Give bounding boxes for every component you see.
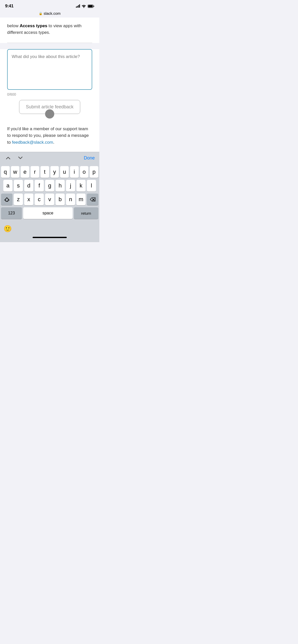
svg-rect-3 xyxy=(88,5,93,7)
lock-icon: 🔒 xyxy=(39,12,43,15)
key-x[interactable]: x xyxy=(24,194,33,205)
scroll-handle xyxy=(45,109,54,119)
key-y[interactable]: y xyxy=(50,166,59,178)
feedback-section: 0/600 Submit article feedback xyxy=(0,49,99,119)
key-w[interactable]: w xyxy=(11,166,20,178)
article-content: below Access types to view apps with dif… xyxy=(0,18,99,43)
keyboard-bottom-area: 🙂 xyxy=(0,222,99,237)
section-divider xyxy=(7,43,92,43)
key-u[interactable]: u xyxy=(60,166,69,178)
article-text: below Access types to view apps with dif… xyxy=(7,23,92,43)
keyboard-row-3: z x c v b n m xyxy=(1,194,98,205)
toolbar-down-button[interactable] xyxy=(17,155,24,162)
signal-icon xyxy=(76,5,80,8)
key-a[interactable]: a xyxy=(3,180,12,192)
key-n[interactable]: n xyxy=(66,194,75,205)
key-return[interactable]: return xyxy=(74,207,98,219)
status-icons xyxy=(76,5,94,8)
browser-url: 🔒 slack.com xyxy=(39,11,61,16)
keyboard-bottom-row: 123 space return xyxy=(1,207,98,219)
keyboard-toolbar: Done xyxy=(0,152,99,164)
key-shift[interactable] xyxy=(1,194,12,205)
wifi-icon xyxy=(82,5,86,8)
key-f[interactable]: f xyxy=(35,180,44,192)
status-time: 9:41 xyxy=(5,4,13,9)
key-k[interactable]: k xyxy=(76,180,86,192)
toolbar-nav xyxy=(5,155,24,162)
key-c[interactable]: c xyxy=(35,194,44,205)
key-h[interactable]: h xyxy=(56,180,65,192)
key-i[interactable]: i xyxy=(70,166,79,178)
key-e[interactable]: e xyxy=(21,166,29,178)
key-t[interactable]: t xyxy=(40,166,49,178)
status-bar: 9:41 xyxy=(0,0,99,10)
key-q[interactable]: q xyxy=(1,166,10,178)
key-r[interactable]: r xyxy=(31,166,39,178)
key-j[interactable]: j xyxy=(66,180,75,192)
key-z[interactable]: z xyxy=(14,194,23,205)
key-l[interactable]: l xyxy=(87,180,96,192)
keyboard-row-1: q w e r t y u i o p xyxy=(1,166,98,178)
feedback-textarea[interactable] xyxy=(7,49,92,90)
key-o[interactable]: o xyxy=(80,166,89,178)
home-indicator xyxy=(33,237,67,238)
svg-point-0 xyxy=(84,7,84,8)
key-v[interactable]: v xyxy=(45,194,54,205)
key-p[interactable]: p xyxy=(90,166,98,178)
keyboard-row-2: a s d f g h j k l xyxy=(1,180,98,192)
battery-icon xyxy=(88,5,94,8)
key-b[interactable]: b xyxy=(56,194,65,205)
svg-marker-4 xyxy=(5,198,9,201)
support-text-suffix: . xyxy=(53,140,55,145)
keyboard-done-button[interactable]: Done xyxy=(84,155,95,161)
support-text: If you'd like a member of our support te… xyxy=(0,119,99,152)
key-s[interactable]: s xyxy=(14,180,23,192)
char-count: 0/600 xyxy=(7,92,92,96)
key-backspace[interactable] xyxy=(87,194,98,205)
key-g[interactable]: g xyxy=(45,180,54,192)
key-space[interactable]: space xyxy=(23,207,73,219)
emoji-button[interactable]: 🙂 xyxy=(2,223,13,234)
svg-rect-2 xyxy=(93,6,94,7)
access-types-bold: Access types xyxy=(20,23,47,28)
toolbar-up-button[interactable] xyxy=(5,155,12,162)
support-email-link[interactable]: feedback@slack.com xyxy=(12,140,53,145)
key-m[interactable]: m xyxy=(76,194,86,205)
key-d[interactable]: d xyxy=(24,180,33,192)
browser-bar: 🔒 slack.com xyxy=(0,10,99,18)
keyboard: q w e r t y u i o p a s d f g h j k l z … xyxy=(0,164,99,222)
key-numbers[interactable]: 123 xyxy=(1,207,22,219)
